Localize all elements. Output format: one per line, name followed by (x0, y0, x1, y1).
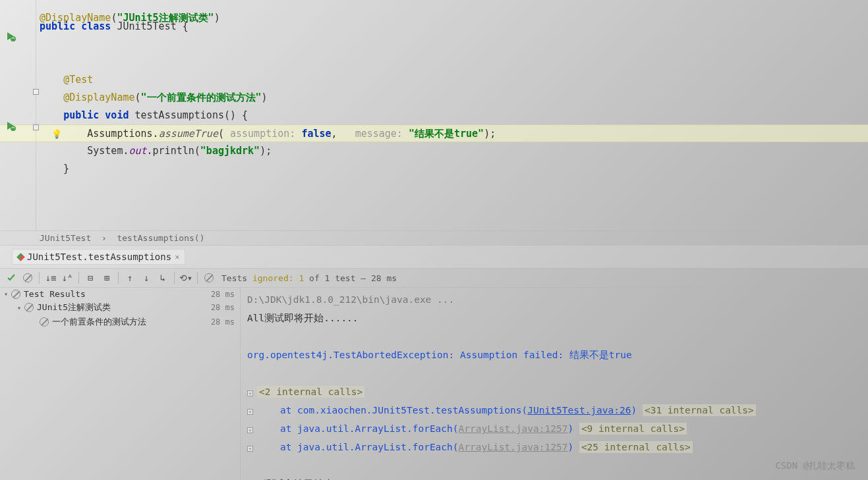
stack-frame: + at com.xiaochen.JUnit5Test.testAssumpt… (247, 401, 861, 419)
breadcrumb-class[interactable]: JUnit5Test (40, 233, 91, 243)
run-tool-tabs: JUnit5Test.testAssumptions ✕ (0, 245, 868, 268)
run-method-icon[interactable] (5, 119, 17, 131)
sort-down-icon[interactable]: ↓≡ (43, 271, 58, 285)
code-line: @DisplayName("一个前置条件的测试方法") (0, 89, 868, 107)
console-line: All测试方法已结束...... (247, 475, 861, 480)
sort-alpha-icon[interactable]: ↓ᴬ (60, 271, 74, 285)
code-line: } (0, 160, 868, 178)
history-icon[interactable]: ⟲▾ (179, 271, 193, 285)
test-tree[interactable]: ▾Test Results 28 ms ▾JUnit5注解测试类 28 ms 一… (0, 288, 241, 480)
run-config-label: JUnit5Test.testAssumptions (27, 252, 171, 262)
stack-fold[interactable]: +<2 internal calls> (247, 383, 861, 401)
code-line: public void testAssumptions() { (0, 107, 868, 124)
close-icon[interactable]: ✕ (175, 252, 179, 261)
chevron-down-icon[interactable]: ▾ (17, 304, 21, 311)
console-output[interactable]: D:\JDK\jdk1.8.0_212\bin\java.exe ... All… (241, 288, 868, 480)
prev-test-icon[interactable]: ↑ (123, 271, 137, 285)
source-link[interactable]: ArrayList.java:1257 (459, 423, 568, 434)
console-line: All测试即将开始...... (247, 309, 861, 327)
run-config-icon (16, 253, 25, 261)
tree-class-node[interactable]: ▾JUnit5注解测试类 28 ms (0, 300, 240, 315)
fold-expand-icon[interactable]: + (247, 446, 253, 452)
run-class-icon[interactable] (5, 30, 17, 41)
export-icon[interactable]: ↳ (156, 271, 170, 285)
console-line (247, 364, 861, 383)
code-line: @DisplayName("JUnit5注解测试类") (0, 0, 868, 18)
show-passed-icon[interactable] (4, 271, 18, 285)
stack-frame: + at java.util.ArrayList.forEach(ArrayLi… (247, 438, 861, 456)
editor-gutter (0, 0, 36, 230)
status-ignored-icon (202, 271, 216, 285)
breadcrumb-method[interactable]: testAssumptions() (117, 233, 204, 243)
expand-all-icon[interactable]: ⊟ (83, 271, 98, 285)
run-config-tab[interactable]: JUnit5Test.testAssumptions ✕ (12, 249, 185, 265)
show-ignored-icon[interactable] (20, 271, 35, 285)
chevron-down-icon[interactable]: ▾ (4, 290, 8, 298)
fold-marker-icon[interactable] (33, 89, 39, 95)
code-line (0, 53, 868, 71)
collapse-all-icon[interactable]: ⊞ (100, 271, 114, 285)
source-link[interactable]: JUnit5Test.java:26 (527, 405, 631, 415)
ignored-icon (11, 290, 20, 299)
breadcrumb[interactable]: JUnit5Test › testAssumptions() (0, 230, 868, 245)
ignored-icon (40, 317, 49, 327)
console-line (247, 327, 861, 346)
watermark: CSDN @扎哇太枣糕 (775, 460, 855, 472)
test-status-text: Tests ignored: 1 of 1 test – 28 ms (221, 273, 397, 283)
code-line (0, 36, 868, 53)
fold-expand-icon[interactable]: + (247, 409, 253, 415)
code-line: public class JUnit5Test { (0, 18, 868, 36)
code-line: System.out.println("bagjkdrk"); (0, 142, 868, 160)
svg-point-1 (11, 126, 16, 131)
code-line-highlighted: 💡 Assumptions.assumeTrue( assumption: fa… (0, 124, 868, 142)
code-editor[interactable]: @DisplayName("JUnit5注解测试类") public class… (0, 0, 868, 230)
next-test-icon[interactable]: ↓ (139, 271, 154, 285)
console-exception: org.opentest4j.TestAbortedException: Ass… (247, 346, 861, 364)
svg-point-0 (11, 36, 16, 41)
test-toolbar: ↓≡ ↓ᴬ ⊟ ⊞ ↑ ↓ ↳ ⟲▾ Tests ignored: 1 of 1… (0, 268, 868, 288)
console-line (247, 456, 861, 475)
stack-frame: + at java.util.ArrayList.forEach(ArrayLi… (247, 419, 861, 438)
tree-method-node[interactable]: 一个前置条件的测试方法 28 ms (0, 315, 240, 329)
console-line: D:\JDK\jdk1.8.0_212\bin\java.exe ... (247, 290, 861, 309)
intention-bulb-icon[interactable]: 💡 (51, 125, 62, 143)
source-link[interactable]: ArrayList.java:1257 (459, 442, 568, 452)
ignored-icon (24, 303, 34, 312)
code-line: @Test (0, 71, 868, 89)
fold-expand-icon[interactable]: + (247, 427, 253, 433)
fold-expand-icon[interactable]: + (247, 390, 253, 396)
tree-root[interactable]: ▾Test Results 28 ms (0, 288, 240, 300)
fold-marker-icon[interactable] (33, 124, 39, 130)
